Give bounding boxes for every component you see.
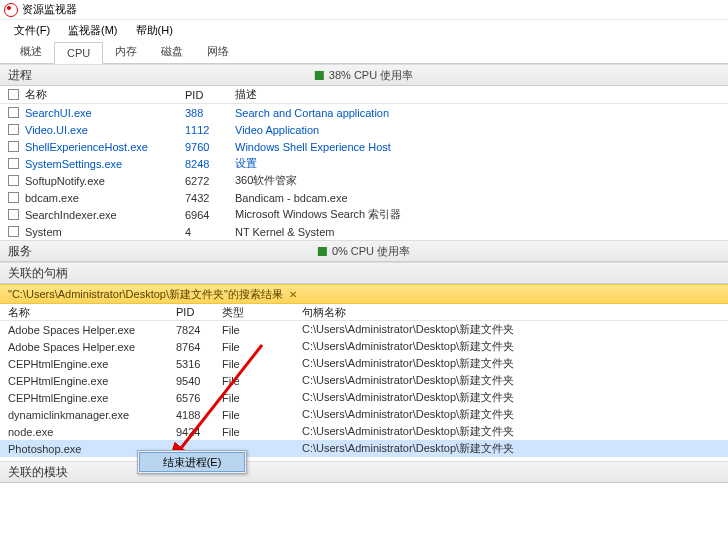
checkbox[interactable] (8, 124, 19, 135)
process-desc: Microsoft Windows Search 索引器 (235, 207, 728, 222)
process-pid: 1112 (185, 124, 235, 136)
checkbox[interactable] (8, 192, 19, 203)
processes-list: 名称 PID 描述 SearchUI.exe388Search and Cort… (0, 86, 728, 240)
handle-type: File (222, 341, 302, 353)
process-desc: Video Application (235, 124, 728, 136)
handle-row[interactable]: Photoshop.exeC:\Users\Administrator\Desk… (0, 440, 728, 457)
process-name: SystemSettings.exe (25, 158, 185, 170)
checkbox[interactable] (8, 226, 19, 237)
section-processes-title: 进程 (8, 67, 32, 84)
app-icon (4, 3, 18, 17)
section-services-header[interactable]: 服务 0% CPU 使用率 (0, 240, 728, 262)
section-services-title: 服务 (8, 243, 32, 260)
menu-monitor[interactable]: 监视器(M) (60, 21, 126, 40)
checkbox-all[interactable] (8, 89, 19, 100)
search-result-text: "C:\Users\Administrator\Desktop\新建文件夹"的搜… (8, 287, 283, 302)
process-desc: NT Kernel & System (235, 226, 728, 238)
menu-file[interactable]: 文件(F) (6, 21, 58, 40)
process-pid: 7432 (185, 192, 235, 204)
tab-memory[interactable]: 内存 (103, 40, 149, 63)
process-name: SearchUI.exe (25, 107, 185, 119)
menu-end-process[interactable]: 结束进程(E) (139, 452, 245, 472)
handle-row[interactable]: node.exe9424FileC:\Users\Administrator\D… (0, 423, 728, 440)
process-row[interactable]: SoftupNotify.exe6272360软件管家 (0, 172, 728, 189)
process-row[interactable]: Video.UI.exe1112Video Application (0, 121, 728, 138)
process-row[interactable]: SearchIndexer.exe6964Microsoft Windows S… (0, 206, 728, 223)
checkbox[interactable] (8, 209, 19, 220)
handle-row[interactable]: Adobe Spaces Helper.exe7824FileC:\Users\… (0, 321, 728, 338)
handle-type: File (222, 324, 302, 336)
process-name: ShellExperienceHost.exe (25, 141, 185, 153)
handle-type: File (222, 426, 302, 438)
handle-row[interactable]: CEPHtmlEngine.exe9540FileC:\Users\Admini… (0, 372, 728, 389)
section-processes-status: 38% CPU 使用率 (315, 68, 413, 83)
checkbox[interactable] (8, 158, 19, 169)
handle-name: CEPHtmlEngine.exe (8, 392, 176, 404)
handle-hname: C:\Users\Administrator\Desktop\新建文件夹 (302, 373, 728, 388)
handle-name: node.exe (8, 426, 176, 438)
process-row[interactable]: ShellExperienceHost.exe9760Windows Shell… (0, 138, 728, 155)
process-desc: Windows Shell Experience Host (235, 141, 728, 153)
handle-hname: C:\Users\Administrator\Desktop\新建文件夹 (302, 424, 728, 439)
handle-row[interactable]: dynamiclinkmanager.exe4188FileC:\Users\A… (0, 406, 728, 423)
search-result-bar: "C:\Users\Administrator\Desktop\新建文件夹"的搜… (0, 284, 728, 304)
hcol-type[interactable]: 类型 (222, 305, 302, 320)
handle-pid: 9540 (176, 375, 222, 387)
processes-columns: 名称 PID 描述 (0, 86, 728, 104)
handle-pid: 7824 (176, 324, 222, 336)
handle-pid: 6576 (176, 392, 222, 404)
process-desc: Search and Cortana application (235, 107, 728, 119)
checkbox[interactable] (8, 107, 19, 118)
process-row[interactable]: bdcam.exe7432Bandicam - bdcam.exe (0, 189, 728, 206)
hcol-pid[interactable]: PID (176, 306, 222, 318)
handle-pid: 8764 (176, 341, 222, 353)
process-name: SearchIndexer.exe (25, 209, 185, 221)
process-row[interactable]: SystemSettings.exe8248设置 (0, 155, 728, 172)
process-pid: 388 (185, 107, 235, 119)
process-pid: 6272 (185, 175, 235, 187)
handle-hname: C:\Users\Administrator\Desktop\新建文件夹 (302, 322, 728, 337)
window-title: 资源监视器 (22, 2, 77, 17)
menu-help[interactable]: 帮助(H) (128, 21, 181, 40)
col-pid[interactable]: PID (185, 89, 235, 101)
tabs: 概述 CPU 内存 磁盘 网络 (0, 40, 728, 64)
context-menu: 结束进程(E) (137, 450, 247, 474)
section-handles-title: 关联的句柄 (8, 265, 68, 282)
handle-name: CEPHtmlEngine.exe (8, 358, 176, 370)
close-icon[interactable]: ✕ (289, 289, 297, 300)
process-name: SoftupNotify.exe (25, 175, 185, 187)
handle-hname: C:\Users\Administrator\Desktop\新建文件夹 (302, 339, 728, 354)
tab-disk[interactable]: 磁盘 (149, 40, 195, 63)
handle-row[interactable]: CEPHtmlEngine.exe6576FileC:\Users\Admini… (0, 389, 728, 406)
section-processes-header[interactable]: 进程 38% CPU 使用率 (0, 64, 728, 86)
process-row[interactable]: SearchUI.exe388Search and Cortana applic… (0, 104, 728, 121)
process-desc: 设置 (235, 156, 728, 171)
section-modules-header[interactable]: 关联的模块 (0, 461, 728, 483)
services-status-text: 0% CPU 使用率 (332, 244, 410, 259)
col-name[interactable]: 名称 (25, 87, 185, 102)
handles-columns: 名称 PID 类型 句柄名称 (0, 304, 728, 321)
tab-overview[interactable]: 概述 (8, 40, 54, 63)
process-pid: 8248 (185, 158, 235, 170)
checkbox[interactable] (8, 175, 19, 186)
col-desc[interactable]: 描述 (235, 87, 728, 102)
hcol-name[interactable]: 名称 (8, 305, 176, 320)
checkbox[interactable] (8, 141, 19, 152)
process-row[interactable]: System4NT Kernel & System (0, 223, 728, 240)
handle-pid: 9424 (176, 426, 222, 438)
tab-network[interactable]: 网络 (195, 40, 241, 63)
handle-pid: 4188 (176, 409, 222, 421)
handle-row[interactable]: CEPHtmlEngine.exe5316FileC:\Users\Admini… (0, 355, 728, 372)
handle-name: Adobe Spaces Helper.exe (8, 341, 176, 353)
hcol-hname[interactable]: 句柄名称 (302, 305, 728, 320)
status-square-icon (315, 71, 324, 80)
process-name: Video.UI.exe (25, 124, 185, 136)
section-handles-header[interactable]: 关联的句柄 (0, 262, 728, 284)
process-desc: 360软件管家 (235, 173, 728, 188)
process-name: bdcam.exe (25, 192, 185, 204)
handle-type: File (222, 392, 302, 404)
handle-hname: C:\Users\Administrator\Desktop\新建文件夹 (302, 390, 728, 405)
handle-name: Adobe Spaces Helper.exe (8, 324, 176, 336)
tab-cpu[interactable]: CPU (54, 42, 103, 64)
handle-row[interactable]: Adobe Spaces Helper.exe8764FileC:\Users\… (0, 338, 728, 355)
